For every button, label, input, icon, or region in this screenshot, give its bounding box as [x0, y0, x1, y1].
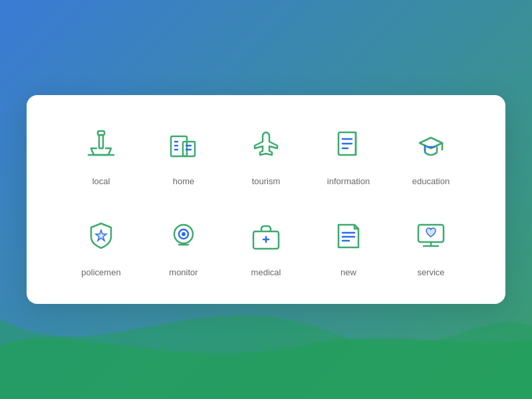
monitor-icon [160, 213, 207, 259]
list-item[interactable]: medical [225, 213, 307, 277]
medical-label: medical [251, 267, 281, 277]
svg-marker-20 [96, 230, 106, 241]
list-item[interactable]: education [390, 122, 472, 186]
information-icon [325, 122, 372, 168]
local-icon [78, 122, 124, 168]
svg-point-23 [182, 232, 186, 236]
new-icon [325, 213, 372, 259]
monitor-label: monitor [169, 267, 198, 277]
education-label: education [412, 176, 450, 186]
policemen-icon [78, 213, 124, 259]
information-label: information [327, 176, 370, 186]
home-label: home [173, 176, 195, 186]
local-label: local [92, 176, 110, 186]
main-card: local home [27, 95, 505, 304]
policemen-label: policemen [81, 267, 120, 277]
medical-icon [243, 213, 289, 259]
home-icon [160, 122, 207, 168]
list-item[interactable]: service [390, 213, 472, 277]
education-icon [408, 122, 454, 168]
list-item[interactable]: policemen [60, 213, 142, 277]
service-icon [408, 213, 454, 259]
new-label: new [340, 267, 356, 277]
list-item[interactable]: local [60, 122, 142, 186]
svg-rect-5 [171, 136, 187, 156]
list-item[interactable]: information [307, 122, 390, 186]
service-label: service [417, 267, 444, 277]
icon-grid: local home [60, 122, 472, 277]
list-item[interactable]: monitor [142, 213, 225, 277]
list-item[interactable]: tourism [225, 122, 307, 186]
tourism-icon [243, 122, 289, 168]
list-item[interactable]: new [307, 213, 390, 277]
svg-rect-1 [99, 135, 103, 148]
list-item[interactable]: home [142, 122, 225, 186]
tourism-label: tourism [252, 176, 281, 186]
